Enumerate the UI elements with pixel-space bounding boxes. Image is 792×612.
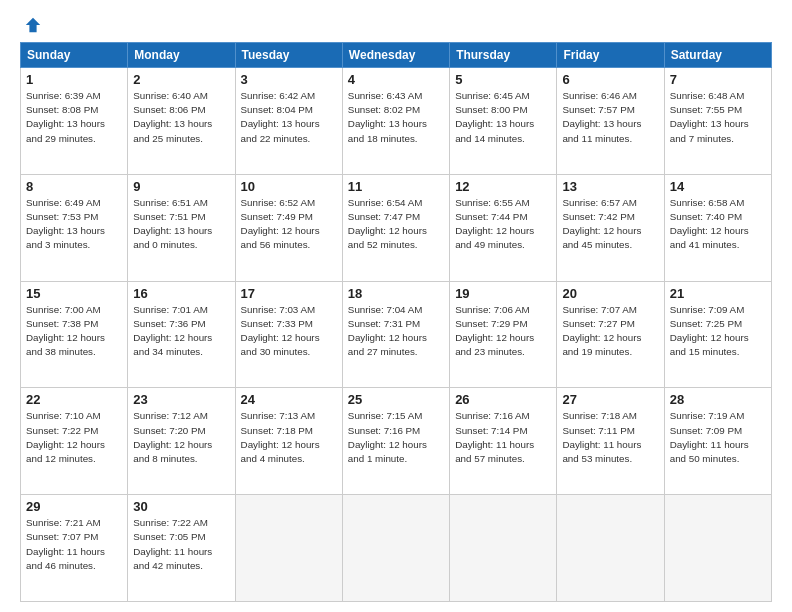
calendar-cell: 19Sunrise: 7:06 AMSunset: 7:29 PMDayligh…: [450, 281, 557, 388]
calendar-cell: 4Sunrise: 6:43 AMSunset: 8:02 PMDaylight…: [342, 68, 449, 175]
calendar-cell: [235, 495, 342, 602]
day-number: 30: [133, 499, 229, 514]
day-number: 21: [670, 286, 766, 301]
cell-info: Sunrise: 6:42 AMSunset: 8:04 PMDaylight:…: [241, 89, 337, 146]
cell-info: Sunrise: 7:13 AMSunset: 7:18 PMDaylight:…: [241, 409, 337, 466]
day-number: 8: [26, 179, 122, 194]
cell-info: Sunrise: 7:01 AMSunset: 7:36 PMDaylight:…: [133, 303, 229, 360]
cell-info: Sunrise: 7:07 AMSunset: 7:27 PMDaylight:…: [562, 303, 658, 360]
weekday-header-friday: Friday: [557, 43, 664, 68]
calendar-cell: [664, 495, 771, 602]
day-number: 27: [562, 392, 658, 407]
week-row-1: 1Sunrise: 6:39 AMSunset: 8:08 PMDaylight…: [21, 68, 772, 175]
cell-info: Sunrise: 7:03 AMSunset: 7:33 PMDaylight:…: [241, 303, 337, 360]
cell-info: Sunrise: 6:45 AMSunset: 8:00 PMDaylight:…: [455, 89, 551, 146]
cell-info: Sunrise: 6:55 AMSunset: 7:44 PMDaylight:…: [455, 196, 551, 253]
calendar-cell: 22Sunrise: 7:10 AMSunset: 7:22 PMDayligh…: [21, 388, 128, 495]
cell-info: Sunrise: 7:12 AMSunset: 7:20 PMDaylight:…: [133, 409, 229, 466]
day-number: 5: [455, 72, 551, 87]
day-number: 6: [562, 72, 658, 87]
calendar-cell: 1Sunrise: 6:39 AMSunset: 8:08 PMDaylight…: [21, 68, 128, 175]
weekday-header-row: SundayMondayTuesdayWednesdayThursdayFrid…: [21, 43, 772, 68]
logo: [20, 16, 42, 34]
logo-icon: [24, 16, 42, 34]
cell-info: Sunrise: 7:10 AMSunset: 7:22 PMDaylight:…: [26, 409, 122, 466]
day-number: 28: [670, 392, 766, 407]
cell-info: Sunrise: 6:46 AMSunset: 7:57 PMDaylight:…: [562, 89, 658, 146]
calendar-cell: 17Sunrise: 7:03 AMSunset: 7:33 PMDayligh…: [235, 281, 342, 388]
calendar-cell: 16Sunrise: 7:01 AMSunset: 7:36 PMDayligh…: [128, 281, 235, 388]
cell-info: Sunrise: 7:00 AMSunset: 7:38 PMDaylight:…: [26, 303, 122, 360]
calendar-cell: 21Sunrise: 7:09 AMSunset: 7:25 PMDayligh…: [664, 281, 771, 388]
day-number: 13: [562, 179, 658, 194]
calendar-cell: [450, 495, 557, 602]
cell-info: Sunrise: 7:04 AMSunset: 7:31 PMDaylight:…: [348, 303, 444, 360]
cell-info: Sunrise: 6:43 AMSunset: 8:02 PMDaylight:…: [348, 89, 444, 146]
cell-info: Sunrise: 7:18 AMSunset: 7:11 PMDaylight:…: [562, 409, 658, 466]
cell-info: Sunrise: 7:06 AMSunset: 7:29 PMDaylight:…: [455, 303, 551, 360]
cell-info: Sunrise: 6:54 AMSunset: 7:47 PMDaylight:…: [348, 196, 444, 253]
weekday-header-saturday: Saturday: [664, 43, 771, 68]
calendar-cell: 18Sunrise: 7:04 AMSunset: 7:31 PMDayligh…: [342, 281, 449, 388]
day-number: 2: [133, 72, 229, 87]
day-number: 26: [455, 392, 551, 407]
cell-info: Sunrise: 7:21 AMSunset: 7:07 PMDaylight:…: [26, 516, 122, 573]
week-row-4: 22Sunrise: 7:10 AMSunset: 7:22 PMDayligh…: [21, 388, 772, 495]
page: SundayMondayTuesdayWednesdayThursdayFrid…: [0, 0, 792, 612]
cell-info: Sunrise: 7:09 AMSunset: 7:25 PMDaylight:…: [670, 303, 766, 360]
calendar-cell: 23Sunrise: 7:12 AMSunset: 7:20 PMDayligh…: [128, 388, 235, 495]
day-number: 12: [455, 179, 551, 194]
weekday-header-monday: Monday: [128, 43, 235, 68]
cell-info: Sunrise: 6:51 AMSunset: 7:51 PMDaylight:…: [133, 196, 229, 253]
day-number: 4: [348, 72, 444, 87]
calendar-cell: 11Sunrise: 6:54 AMSunset: 7:47 PMDayligh…: [342, 174, 449, 281]
calendar-cell: 13Sunrise: 6:57 AMSunset: 7:42 PMDayligh…: [557, 174, 664, 281]
cell-info: Sunrise: 6:48 AMSunset: 7:55 PMDaylight:…: [670, 89, 766, 146]
calendar-table: SundayMondayTuesdayWednesdayThursdayFrid…: [20, 42, 772, 602]
weekday-header-sunday: Sunday: [21, 43, 128, 68]
day-number: 14: [670, 179, 766, 194]
day-number: 15: [26, 286, 122, 301]
cell-info: Sunrise: 6:39 AMSunset: 8:08 PMDaylight:…: [26, 89, 122, 146]
calendar-cell: 6Sunrise: 6:46 AMSunset: 7:57 PMDaylight…: [557, 68, 664, 175]
day-number: 1: [26, 72, 122, 87]
svg-marker-0: [26, 18, 40, 32]
calendar-cell: 10Sunrise: 6:52 AMSunset: 7:49 PMDayligh…: [235, 174, 342, 281]
cell-info: Sunrise: 6:40 AMSunset: 8:06 PMDaylight:…: [133, 89, 229, 146]
day-number: 23: [133, 392, 229, 407]
header: [20, 16, 772, 34]
calendar-cell: 12Sunrise: 6:55 AMSunset: 7:44 PMDayligh…: [450, 174, 557, 281]
calendar-cell: 25Sunrise: 7:15 AMSunset: 7:16 PMDayligh…: [342, 388, 449, 495]
day-number: 17: [241, 286, 337, 301]
day-number: 3: [241, 72, 337, 87]
calendar-cell: 7Sunrise: 6:48 AMSunset: 7:55 PMDaylight…: [664, 68, 771, 175]
day-number: 25: [348, 392, 444, 407]
calendar-cell: 3Sunrise: 6:42 AMSunset: 8:04 PMDaylight…: [235, 68, 342, 175]
cell-info: Sunrise: 6:58 AMSunset: 7:40 PMDaylight:…: [670, 196, 766, 253]
calendar-cell: 14Sunrise: 6:58 AMSunset: 7:40 PMDayligh…: [664, 174, 771, 281]
day-number: 19: [455, 286, 551, 301]
day-number: 9: [133, 179, 229, 194]
calendar-cell: [557, 495, 664, 602]
day-number: 16: [133, 286, 229, 301]
day-number: 10: [241, 179, 337, 194]
day-number: 24: [241, 392, 337, 407]
calendar-cell: 2Sunrise: 6:40 AMSunset: 8:06 PMDaylight…: [128, 68, 235, 175]
week-row-3: 15Sunrise: 7:00 AMSunset: 7:38 PMDayligh…: [21, 281, 772, 388]
cell-info: Sunrise: 6:52 AMSunset: 7:49 PMDaylight:…: [241, 196, 337, 253]
day-number: 18: [348, 286, 444, 301]
cell-info: Sunrise: 6:49 AMSunset: 7:53 PMDaylight:…: [26, 196, 122, 253]
calendar-cell: 15Sunrise: 7:00 AMSunset: 7:38 PMDayligh…: [21, 281, 128, 388]
calendar-cell: 8Sunrise: 6:49 AMSunset: 7:53 PMDaylight…: [21, 174, 128, 281]
calendar-cell: 26Sunrise: 7:16 AMSunset: 7:14 PMDayligh…: [450, 388, 557, 495]
cell-info: Sunrise: 7:16 AMSunset: 7:14 PMDaylight:…: [455, 409, 551, 466]
week-row-5: 29Sunrise: 7:21 AMSunset: 7:07 PMDayligh…: [21, 495, 772, 602]
weekday-header-tuesday: Tuesday: [235, 43, 342, 68]
weekday-header-wednesday: Wednesday: [342, 43, 449, 68]
calendar-cell: 5Sunrise: 6:45 AMSunset: 8:00 PMDaylight…: [450, 68, 557, 175]
cell-info: Sunrise: 7:22 AMSunset: 7:05 PMDaylight:…: [133, 516, 229, 573]
day-number: 11: [348, 179, 444, 194]
day-number: 29: [26, 499, 122, 514]
week-row-2: 8Sunrise: 6:49 AMSunset: 7:53 PMDaylight…: [21, 174, 772, 281]
cell-info: Sunrise: 6:57 AMSunset: 7:42 PMDaylight:…: [562, 196, 658, 253]
